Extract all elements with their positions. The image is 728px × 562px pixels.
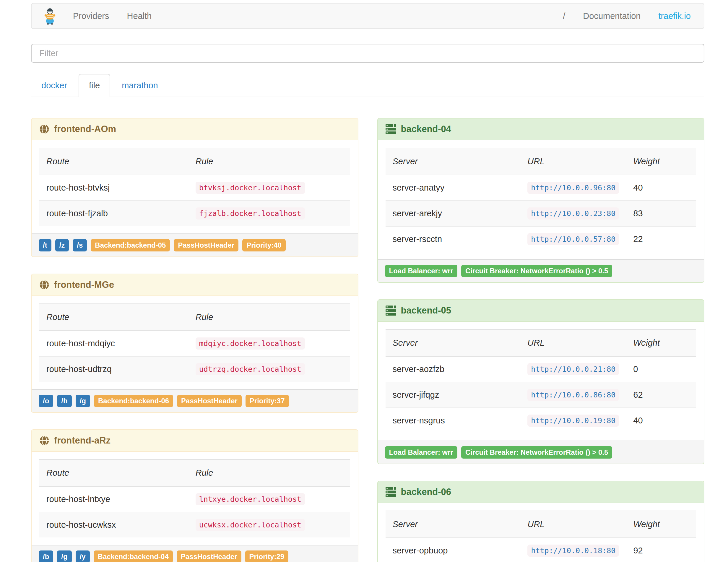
backend-badge: Backend:backend-06 (94, 395, 173, 407)
passhostheader-badge: PassHostHeader (177, 395, 242, 407)
path-badge: /o (39, 395, 53, 407)
nav-documentation[interactable]: Documentation (574, 4, 649, 28)
table-row: server-aozfzb http://10.0.0.21:80 0 (386, 356, 696, 382)
server-weight: 83 (626, 201, 696, 226)
col-route: Route (39, 459, 189, 486)
server-url-link[interactable]: http://10.0.0.19:80 (527, 415, 619, 427)
priority-badge: Priority:29 (245, 550, 289, 562)
path-badge: /b (39, 550, 53, 562)
nav-left: Providers Health (64, 4, 160, 28)
frontend-card-header: frontend-AOm (32, 118, 358, 140)
server-name: server-nsgrus (386, 408, 521, 433)
route-name: route-host-ucwksx (39, 512, 189, 537)
server-url-link[interactable]: http://10.0.0.86:80 (527, 389, 619, 401)
globe-icon (39, 436, 49, 446)
col-weight: Weight (626, 511, 696, 538)
table-header-row: Server URL Weight (386, 329, 696, 356)
server-name: server-arekjy (386, 201, 521, 226)
frontend-card: frontend-MGe Route Rule ro (31, 274, 358, 413)
frontend-card-body: Route Rule route-host-lntxye lntxye.dock… (32, 452, 358, 545)
nav-providers[interactable]: Providers (64, 4, 118, 28)
backend-card: backend-06 Server URL Weight (377, 481, 705, 562)
server-url-link[interactable]: http://10.0.0.18:80 (527, 545, 619, 557)
server-weight: 22 (626, 226, 696, 252)
route-name: route-host-fjzalb (39, 201, 189, 226)
server-url-link[interactable]: http://10.0.0.96:80 (527, 182, 619, 194)
cards-grid: frontend-AOm Route Rule ro (31, 118, 704, 562)
server-name: server-jifqgz (386, 382, 521, 408)
route-name: route-host-lntxye (39, 486, 189, 512)
table-row: route-host-udtrzq udtrzq.docker.localhos… (39, 356, 350, 382)
rule-value: lntxye.docker.localhost (196, 493, 305, 505)
backend-card: backend-04 Server URL Weight (377, 118, 705, 283)
filter-input[interactable] (31, 44, 704, 63)
path-badge: /t (39, 239, 51, 251)
server-url-link[interactable]: http://10.0.0.21:80 (527, 363, 619, 375)
table-row: server-arekjy http://10.0.0.23:80 83 (386, 201, 696, 226)
path-badge: /z (55, 239, 69, 251)
col-route: Route (39, 148, 189, 175)
tab-file: file (79, 74, 110, 97)
frontend-card-footer: /b /g /y Backend:backend-04 PassHostHead… (32, 545, 358, 562)
table-row: route-host-btvksj btvksj.docker.localhos… (39, 175, 350, 201)
table-row: server-nsgrus http://10.0.0.19:80 40 (386, 408, 696, 433)
rule-value: ucwksx.docker.localhost (196, 519, 305, 531)
nav-health[interactable]: Health (118, 4, 161, 28)
frontend-card: frontend-aRz Route Rule ro (31, 429, 358, 562)
servers-table: Server URL Weight server-opbuop http://1… (386, 511, 696, 562)
backend-title: backend-04 (401, 124, 451, 134)
server-stack-icon (386, 306, 396, 316)
table-row: server-opbuop http://10.0.0.18:80 92 (386, 538, 696, 562)
path-badge: /y (76, 550, 90, 562)
frontend-title: frontend-aRz (54, 435, 111, 446)
table-header-row: Route Rule (39, 459, 350, 486)
server-stack-icon (386, 124, 396, 134)
tab-marathon: marathon (111, 74, 168, 97)
backend-card-body: Server URL Weight server-aozfzb http://1… (378, 322, 704, 441)
servers-table: Server URL Weight server-aozfzb http://1… (386, 329, 696, 433)
table-row: route-host-mdqiyc mdqiyc.docker.localhos… (39, 331, 350, 356)
load-balancer-badge: Load Balancer: wrr (385, 265, 457, 277)
nav-traefik-io-link[interactable]: traefik.io (649, 4, 700, 28)
path-badge: /g (57, 550, 71, 562)
frontend-card-footer: /o /h /g Backend:backend-06 PassHostHead… (32, 389, 358, 412)
nav-root-slash[interactable]: / (554, 4, 574, 28)
routes-table: Route Rule route-host-lntxye lntxye.dock… (39, 459, 350, 537)
server-name: server-anatyy (386, 175, 521, 201)
col-server: Server (386, 329, 521, 356)
col-server: Server (386, 148, 521, 175)
server-url-link[interactable]: http://10.0.0.23:80 (527, 207, 619, 220)
rule-value: udtrzq.docker.localhost (196, 363, 305, 375)
passhostheader-badge: PassHostHeader (177, 550, 241, 562)
frontend-title: frontend-AOm (54, 124, 116, 134)
backend-card-header: backend-04 (378, 118, 704, 140)
nav-right: / Documentation traefik.io (554, 4, 700, 28)
backend-badge: Backend:backend-05 (91, 239, 170, 251)
frontend-card-header: frontend-MGe (32, 274, 358, 296)
backend-card-footer: Load Balancer: wrr Circuit Breaker: Netw… (378, 441, 704, 464)
table-row: route-host-ucwksx ucwksx.docker.localhos… (39, 512, 350, 537)
passhostheader-badge: PassHostHeader (174, 239, 238, 251)
main-content: docker file marathon frontend-AOm (31, 29, 704, 562)
server-weight: 40 (626, 408, 696, 433)
col-rule: Rule (189, 148, 350, 175)
backend-card-body: Server URL Weight server-opbuop http://1… (378, 503, 704, 562)
backend-title: backend-05 (401, 305, 451, 316)
circuit-breaker-badge: Circuit Breaker: NetworkErrorRatio () > … (461, 446, 612, 459)
frontend-card-footer: /t /z /s Backend:backend-05 PassHostHead… (32, 233, 358, 256)
col-url: URL (520, 511, 626, 538)
server-stack-icon (386, 487, 396, 497)
frontend-card-header: frontend-aRz (32, 430, 358, 452)
tab-docker: docker (31, 74, 77, 97)
server-name: server-opbuop (386, 538, 521, 562)
server-name: server-rscctn (386, 226, 521, 252)
server-url-link[interactable]: http://10.0.0.57:80 (527, 233, 619, 245)
rule-value: mdqiyc.docker.localhost (196, 337, 305, 350)
backend-card-body: Server URL Weight server-anatyy http://1… (378, 140, 704, 259)
path-badge: /h (57, 395, 71, 407)
table-row: server-rscctn http://10.0.0.57:80 22 (386, 226, 696, 252)
traefik-logo[interactable] (36, 7, 64, 25)
table-header-row: Route Rule (39, 304, 350, 331)
backends-column: backend-04 Server URL Weight (377, 118, 705, 562)
path-badge: /s (73, 239, 87, 251)
